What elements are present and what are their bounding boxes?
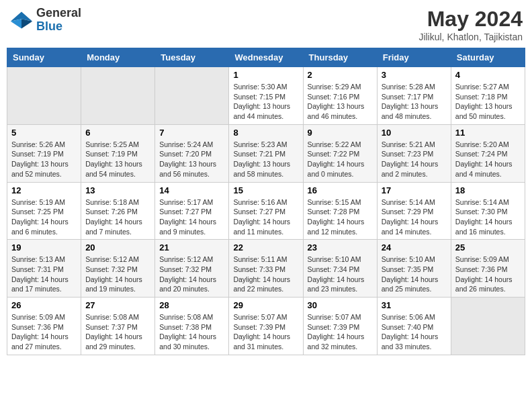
calendar-cell: 14Sunrise: 5:17 AM Sunset: 7:27 PM Dayli…	[155, 182, 229, 240]
calendar-cell: 6Sunrise: 5:25 AM Sunset: 7:19 PM Daylig…	[81, 124, 155, 182]
calendar-cell: 3Sunrise: 5:28 AM Sunset: 7:17 PM Daylig…	[377, 67, 451, 125]
day-info: Sunrise: 5:17 AM Sunset: 7:27 PM Dayligh…	[159, 197, 224, 237]
weekday-header-friday: Friday	[377, 48, 451, 67]
calendar-week-row: 5Sunrise: 5:26 AM Sunset: 7:19 PM Daylig…	[7, 124, 525, 182]
logo-general-text: General	[36, 6, 81, 19]
calendar-cell: 7Sunrise: 5:24 AM Sunset: 7:20 PM Daylig…	[155, 124, 229, 182]
day-info: Sunrise: 5:30 AM Sunset: 7:15 PM Dayligh…	[233, 82, 298, 122]
day-number: 27	[85, 300, 150, 310]
day-info: Sunrise: 5:16 AM Sunset: 7:27 PM Dayligh…	[233, 197, 298, 237]
day-info: Sunrise: 5:27 AM Sunset: 7:18 PM Dayligh…	[455, 82, 521, 122]
logo-icon	[9, 10, 34, 30]
calendar-cell	[451, 298, 525, 355]
calendar-cell: 23Sunrise: 5:10 AM Sunset: 7:34 PM Dayli…	[303, 240, 377, 298]
day-info: Sunrise: 5:12 AM Sunset: 7:32 PM Dayligh…	[159, 255, 224, 294]
weekday-header-wednesday: Wednesday	[229, 48, 303, 67]
day-info: Sunrise: 5:11 AM Sunset: 7:33 PM Dayligh…	[233, 255, 298, 294]
calendar-cell: 29Sunrise: 5:07 AM Sunset: 7:39 PM Dayli…	[229, 298, 303, 355]
day-number: 15	[233, 185, 298, 195]
calendar-cell: 16Sunrise: 5:15 AM Sunset: 7:28 PM Dayli…	[303, 182, 377, 240]
day-info: Sunrise: 5:14 AM Sunset: 7:30 PM Dayligh…	[455, 197, 521, 237]
day-number: 5	[11, 128, 77, 138]
calendar-week-row: 12Sunrise: 5:19 AM Sunset: 7:25 PM Dayli…	[7, 182, 525, 240]
day-info: Sunrise: 5:18 AM Sunset: 7:26 PM Dayligh…	[85, 197, 150, 237]
day-number: 13	[85, 185, 150, 195]
day-info: Sunrise: 5:14 AM Sunset: 7:29 PM Dayligh…	[382, 197, 447, 237]
calendar-cell: 28Sunrise: 5:08 AM Sunset: 7:38 PM Dayli…	[155, 298, 229, 355]
weekday-header-saturday: Saturday	[451, 48, 525, 67]
day-number: 3	[382, 70, 447, 80]
calendar-week-row: 1Sunrise: 5:30 AM Sunset: 7:15 PM Daylig…	[7, 67, 525, 125]
calendar-cell: 25Sunrise: 5:09 AM Sunset: 7:36 PM Dayli…	[451, 240, 525, 298]
calendar-cell: 4Sunrise: 5:27 AM Sunset: 7:18 PM Daylig…	[451, 67, 525, 125]
day-number: 9	[308, 128, 373, 138]
logo-blue-text: Blue	[36, 19, 62, 33]
calendar-cell	[7, 67, 81, 125]
calendar-cell: 22Sunrise: 5:11 AM Sunset: 7:33 PM Dayli…	[229, 240, 303, 298]
day-info: Sunrise: 5:10 AM Sunset: 7:35 PM Dayligh…	[382, 255, 447, 294]
day-info: Sunrise: 5:15 AM Sunset: 7:28 PM Dayligh…	[308, 197, 373, 237]
calendar-cell: 1Sunrise: 5:30 AM Sunset: 7:15 PM Daylig…	[229, 67, 303, 125]
day-info: Sunrise: 5:28 AM Sunset: 7:17 PM Dayligh…	[382, 82, 447, 122]
calendar-cell: 27Sunrise: 5:08 AM Sunset: 7:37 PM Dayli…	[81, 298, 155, 355]
weekday-header-row: SundayMondayTuesdayWednesdayThursdayFrid…	[7, 48, 525, 67]
day-number: 25	[455, 242, 521, 253]
day-info: Sunrise: 5:19 AM Sunset: 7:25 PM Dayligh…	[11, 197, 77, 237]
weekday-header-monday: Monday	[81, 48, 155, 67]
day-number: 23	[308, 242, 373, 253]
calendar-cell: 12Sunrise: 5:19 AM Sunset: 7:25 PM Dayli…	[7, 182, 81, 240]
day-info: Sunrise: 5:10 AM Sunset: 7:34 PM Dayligh…	[308, 255, 373, 294]
day-number: 11	[455, 128, 521, 138]
calendar-cell: 13Sunrise: 5:18 AM Sunset: 7:26 PM Dayli…	[81, 182, 155, 240]
day-number: 7	[159, 128, 224, 138]
weekday-header-thursday: Thursday	[303, 48, 377, 67]
weekday-header-sunday: Sunday	[7, 48, 81, 67]
calendar-cell: 11Sunrise: 5:20 AM Sunset: 7:24 PM Dayli…	[451, 124, 525, 182]
calendar-cell: 15Sunrise: 5:16 AM Sunset: 7:27 PM Dayli…	[229, 182, 303, 240]
day-number: 8	[233, 128, 298, 138]
day-number: 19	[11, 242, 77, 253]
location: Jilikul, Khatlon, Tajikistan	[418, 32, 523, 42]
day-number: 29	[233, 300, 298, 310]
calendar-cell: 30Sunrise: 5:07 AM Sunset: 7:39 PM Dayli…	[303, 298, 377, 355]
day-number: 14	[159, 185, 224, 195]
day-info: Sunrise: 5:21 AM Sunset: 7:23 PM Dayligh…	[382, 140, 447, 179]
day-info: Sunrise: 5:12 AM Sunset: 7:32 PM Dayligh…	[85, 255, 150, 294]
calendar-cell: 24Sunrise: 5:10 AM Sunset: 7:35 PM Dayli…	[377, 240, 451, 298]
calendar-cell: 10Sunrise: 5:21 AM Sunset: 7:23 PM Dayli…	[377, 124, 451, 182]
logo-text: General Blue	[36, 7, 81, 34]
page-header: General Blue May 2024 Jilikul, Khatlon, …	[7, 7, 525, 42]
day-info: Sunrise: 5:07 AM Sunset: 7:39 PM Dayligh…	[233, 312, 298, 352]
day-number: 6	[85, 128, 150, 138]
calendar-cell: 18Sunrise: 5:14 AM Sunset: 7:30 PM Dayli…	[451, 182, 525, 240]
day-number: 2	[308, 70, 373, 80]
day-info: Sunrise: 5:08 AM Sunset: 7:37 PM Dayligh…	[85, 312, 150, 352]
day-number: 20	[85, 242, 150, 253]
day-info: Sunrise: 5:29 AM Sunset: 7:16 PM Dayligh…	[308, 82, 373, 122]
day-info: Sunrise: 5:09 AM Sunset: 7:36 PM Dayligh…	[11, 312, 77, 352]
day-number: 30	[308, 300, 373, 310]
calendar-week-row: 26Sunrise: 5:09 AM Sunset: 7:36 PM Dayli…	[7, 298, 525, 355]
calendar-cell: 20Sunrise: 5:12 AM Sunset: 7:32 PM Dayli…	[81, 240, 155, 298]
day-info: Sunrise: 5:24 AM Sunset: 7:20 PM Dayligh…	[159, 140, 224, 179]
day-number: 10	[382, 128, 447, 138]
month-title: May 2024	[418, 7, 523, 32]
day-info: Sunrise: 5:13 AM Sunset: 7:31 PM Dayligh…	[11, 255, 77, 294]
title-block: May 2024 Jilikul, Khatlon, Tajikistan	[418, 7, 523, 42]
day-number: 24	[382, 242, 447, 253]
day-number: 17	[382, 185, 447, 195]
calendar-cell	[155, 67, 229, 125]
day-number: 28	[159, 300, 224, 310]
day-info: Sunrise: 5:06 AM Sunset: 7:40 PM Dayligh…	[382, 312, 447, 352]
calendar-cell: 5Sunrise: 5:26 AM Sunset: 7:19 PM Daylig…	[7, 124, 81, 182]
day-info: Sunrise: 5:07 AM Sunset: 7:39 PM Dayligh…	[308, 312, 373, 352]
day-number: 22	[233, 242, 298, 253]
day-info: Sunrise: 5:26 AM Sunset: 7:19 PM Dayligh…	[11, 140, 77, 179]
calendar-cell: 8Sunrise: 5:23 AM Sunset: 7:21 PM Daylig…	[229, 124, 303, 182]
calendar-cell: 31Sunrise: 5:06 AM Sunset: 7:40 PM Dayli…	[377, 298, 451, 355]
calendar-cell: 17Sunrise: 5:14 AM Sunset: 7:29 PM Dayli…	[377, 182, 451, 240]
logo: General Blue	[9, 7, 81, 34]
day-info: Sunrise: 5:08 AM Sunset: 7:38 PM Dayligh…	[159, 312, 224, 352]
calendar-table: SundayMondayTuesdayWednesdayThursdayFrid…	[7, 48, 525, 355]
calendar-week-row: 19Sunrise: 5:13 AM Sunset: 7:31 PM Dayli…	[7, 240, 525, 298]
